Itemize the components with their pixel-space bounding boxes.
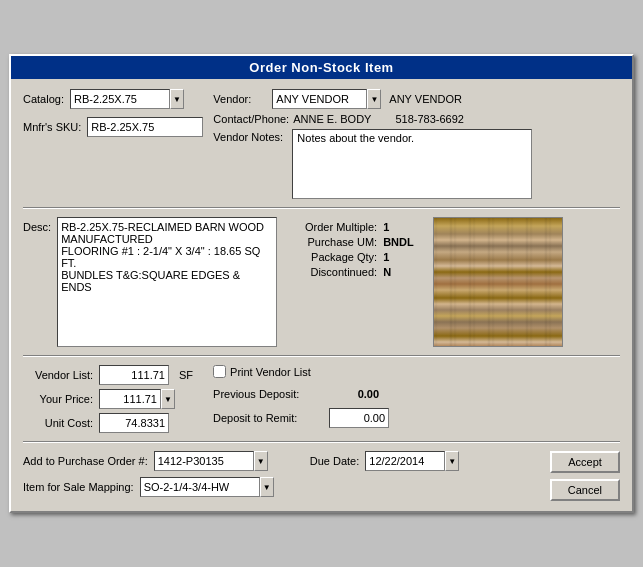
product-image <box>433 217 563 347</box>
dialog-title: Order Non-Stock Item <box>11 56 632 79</box>
deposit-to-remit-label: Deposit to Remit: <box>213 412 323 424</box>
print-vendor-list-checkbox[interactable] <box>213 365 226 378</box>
purchase-um-value: BNDL <box>383 236 423 248</box>
item-mapping-field[interactable]: ▼ <box>140 477 274 497</box>
package-qty-value: 1 <box>383 251 423 263</box>
deposit-to-remit-input[interactable] <box>329 408 389 428</box>
previous-deposit-label: Previous Deposit: <box>213 388 323 400</box>
unit-cost-input[interactable] <box>99 413 169 433</box>
contact-phone: 518-783-6692 <box>395 113 464 125</box>
separator-2 <box>23 355 620 357</box>
your-price-field[interactable]: ▼ <box>99 389 175 409</box>
vendor-list-field[interactable] <box>99 365 169 385</box>
vendor-notes-label: Vendor Notes: <box>213 129 288 143</box>
contact-label: Contact/Phone: <box>213 113 289 125</box>
order-dialog: Order Non-Stock Item Catalog: ▼ Mnfr's S… <box>9 54 634 513</box>
unit-cost-label: Unit Cost: <box>23 417 93 429</box>
vendor-dropdown-btn[interactable]: ▼ <box>367 89 381 109</box>
separator-1 <box>23 207 620 209</box>
mfrs-sku-label: Mnfr's SKU: <box>23 121 81 133</box>
vendor-label: Vendor: <box>213 93 268 105</box>
vendor-list-unit: SF <box>179 369 193 381</box>
package-qty-label: Package Qty: <box>287 251 377 263</box>
separator-3 <box>23 441 620 443</box>
contact-name: ANNE E. BODY <box>293 113 371 125</box>
vendor-notes-input[interactable]: Notes about the vendor. <box>292 129 532 199</box>
catalog-input[interactable] <box>70 89 170 109</box>
po-field[interactable]: ▼ <box>154 451 268 471</box>
print-vendor-list-label: Print Vendor List <box>230 366 311 378</box>
discontinued-label: Discontinued: <box>287 266 377 278</box>
po-input[interactable] <box>154 451 254 471</box>
due-date-field[interactable]: ▼ <box>365 451 459 471</box>
vendor-list-input[interactable] <box>99 365 169 385</box>
previous-deposit-value: 0.00 <box>329 388 379 400</box>
due-date-input[interactable] <box>365 451 445 471</box>
action-buttons: Accept Cancel <box>550 451 620 501</box>
vendor-name-display: ANY VENDOR <box>389 93 462 105</box>
desc-input[interactable]: RB-2.25X.75-RECLAIMED BARN WOOD MANUFACT… <box>57 217 277 347</box>
order-multiple-label: Order Multiple: <box>287 221 377 233</box>
vendor-field[interactable]: ▼ <box>272 89 381 109</box>
your-price-dropdown-btn[interactable]: ▼ <box>161 389 175 409</box>
po-label: Add to Purchase Order #: <box>23 455 148 467</box>
order-multiple-value: 1 <box>383 221 423 233</box>
mfrs-sku-input[interactable] <box>87 117 203 137</box>
item-mapping-dropdown-btn[interactable]: ▼ <box>260 477 274 497</box>
item-mapping-label: Item for Sale Mapping: <box>23 481 134 493</box>
your-price-label: Your Price: <box>23 393 93 405</box>
vendor-list-label: Vendor List: <box>23 369 93 381</box>
your-price-input[interactable] <box>99 389 161 409</box>
discontinued-value: N <box>383 266 423 278</box>
due-date-dropdown-btn[interactable]: ▼ <box>445 451 459 471</box>
catalog-field[interactable]: ▼ <box>70 89 184 109</box>
purchase-um-label: Purchase UM: <box>287 236 377 248</box>
due-date-label: Due Date: <box>310 455 360 467</box>
cancel-button[interactable]: Cancel <box>550 479 620 501</box>
po-dropdown-btn[interactable]: ▼ <box>254 451 268 471</box>
accept-button[interactable]: Accept <box>550 451 620 473</box>
catalog-label: Catalog: <box>23 93 64 105</box>
vendor-input[interactable] <box>272 89 367 109</box>
desc-label: Desc: <box>23 217 51 233</box>
item-mapping-input[interactable] <box>140 477 260 497</box>
item-details: Order Multiple: 1 Purchase UM: BNDL Pack… <box>287 217 423 278</box>
catalog-dropdown-btn[interactable]: ▼ <box>170 89 184 109</box>
